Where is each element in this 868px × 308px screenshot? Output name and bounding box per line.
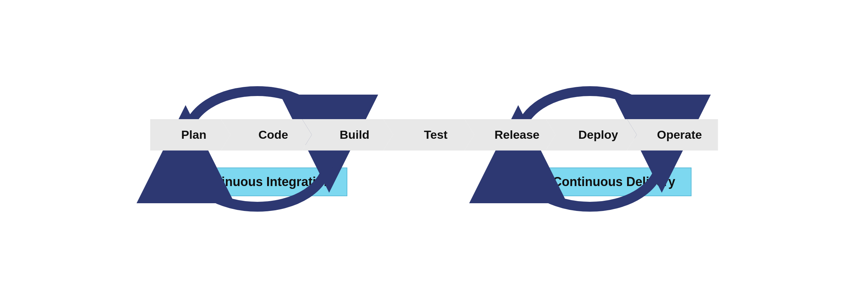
circular-arrows-svg xyxy=(32,14,837,294)
cd-label: Continuous Delivery xyxy=(536,167,691,196)
step-release-label: Release xyxy=(494,128,540,142)
step-build-label: Build xyxy=(340,128,369,142)
step-operate-label: Operate xyxy=(657,128,702,142)
step-code: Code xyxy=(221,119,312,151)
ci-label-text: Continuous Integration xyxy=(193,174,331,189)
cd-label-text: Continuous Delivery xyxy=(553,174,675,189)
step-deploy-label: Deploy xyxy=(578,128,618,142)
step-plan-label: Plan xyxy=(181,128,207,142)
diagram-container: Plan Code Build Test Release Deploy Oper… xyxy=(32,14,837,294)
step-build: Build xyxy=(302,119,393,151)
step-test: Test xyxy=(383,119,474,151)
step-release: Release xyxy=(465,119,556,151)
step-test-label: Test xyxy=(424,128,447,142)
step-operate: Operate xyxy=(627,119,718,151)
pipeline: Plan Code Build Test Release Deploy Oper… xyxy=(150,119,718,151)
ci-label: Continuous Integration xyxy=(176,167,347,196)
step-plan: Plan xyxy=(150,119,231,151)
step-code-label: Code xyxy=(258,128,288,142)
step-deploy: Deploy xyxy=(546,119,637,151)
labels-row: Continuous Integration Continuous Delive… xyxy=(176,167,691,196)
